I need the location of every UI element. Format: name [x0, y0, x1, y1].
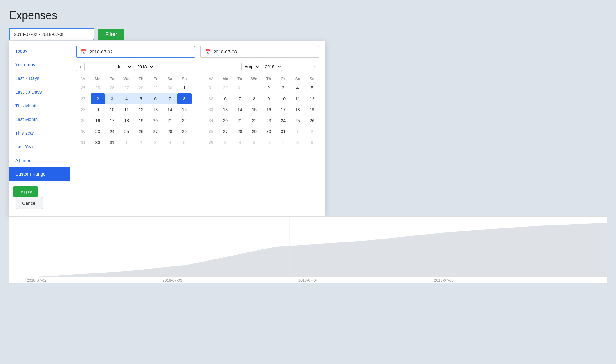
calendar-day[interactable]: 16 — [261, 104, 276, 115]
calendar-day[interactable]: 29 — [247, 126, 262, 137]
calendar-day[interactable]: 8 — [290, 137, 305, 148]
calendar-day[interactable]: 20 — [218, 115, 233, 126]
calendar-day[interactable]: 11 — [290, 93, 305, 104]
calendar-day[interactable]: 31 — [276, 126, 291, 137]
left-cal-prev-btn[interactable]: ‹ — [76, 63, 85, 71]
calendar-day[interactable]: 18 — [290, 104, 305, 115]
cancel-button[interactable]: Cancel — [16, 197, 43, 209]
calendar-day[interactable]: 30 — [91, 137, 105, 148]
calendar-day[interactable]: 15 — [247, 104, 262, 115]
preset-yesterday[interactable]: Yesterday — [9, 58, 70, 71]
start-date-input[interactable]: 📅 2018-07-02 — [76, 46, 195, 58]
calendar-day[interactable]: 24 — [276, 115, 291, 126]
calendar-day[interactable]: 4 — [163, 137, 177, 148]
calendar-day[interactable]: 21 — [163, 115, 177, 126]
calendar-day[interactable]: 4 — [119, 93, 134, 104]
calendar-day[interactable]: 10 — [105, 104, 119, 115]
calendar-day[interactable]: 4 — [233, 137, 247, 148]
calendar-day[interactable]: 26 — [105, 82, 119, 93]
calendar-day[interactable]: 9 — [91, 104, 105, 115]
right-cal-next-btn[interactable]: › — [311, 63, 319, 71]
calendar-day[interactable]: 3 — [148, 137, 163, 148]
calendar-day[interactable]: 27 — [119, 82, 134, 93]
calendar-day[interactable]: 3 — [105, 93, 119, 104]
calendar-day[interactable]: 17 — [276, 104, 291, 115]
calendar-day[interactable]: 6 — [218, 93, 233, 104]
calendar-day[interactable]: 30 — [261, 126, 276, 137]
calendar-day[interactable]: 2 — [261, 82, 276, 93]
calendar-day[interactable]: 5 — [134, 93, 148, 104]
end-date-input[interactable]: 📅 2018-07-08 — [200, 46, 319, 58]
left-cal-year-select[interactable]: 20152016201720182019 — [134, 63, 154, 71]
calendar-day[interactable]: 6 — [148, 93, 163, 104]
calendar-day[interactable]: 29 — [177, 126, 192, 137]
calendar-day[interactable]: 18 — [119, 115, 134, 126]
calendar-day[interactable]: 10 — [276, 93, 291, 104]
calendar-day[interactable]: 28 — [134, 82, 148, 93]
calendar-day[interactable]: 28 — [163, 126, 177, 137]
calendar-day[interactable]: 12 — [305, 93, 320, 104]
calendar-day[interactable]: 27 — [218, 126, 233, 137]
calendar-day[interactable]: 8 — [177, 93, 192, 104]
calendar-day[interactable]: 13 — [148, 104, 163, 115]
calendar-day[interactable]: 25 — [290, 115, 305, 126]
preset-thisyear[interactable]: This Year — [9, 126, 70, 140]
right-cal-year-select[interactable]: 20152016201720182019 — [262, 63, 282, 71]
calendar-day[interactable]: 5 — [177, 137, 192, 148]
left-cal-month-select[interactable]: JanFebMarApr MayJunJulAug SepOctNovDec — [114, 63, 132, 71]
calendar-day[interactable]: 21 — [233, 115, 247, 126]
calendar-day[interactable]: 1 — [247, 82, 262, 93]
calendar-day[interactable]: 27 — [148, 126, 163, 137]
apply-button[interactable]: Apply — [13, 186, 38, 197]
calendar-day[interactable]: 29 — [148, 82, 163, 93]
date-range-input[interactable] — [9, 28, 94, 40]
calendar-day[interactable]: 31 — [105, 137, 119, 148]
calendar-day[interactable]: 2 — [91, 93, 105, 104]
calendar-day[interactable]: 12 — [134, 104, 148, 115]
calendar-day[interactable]: 11 — [119, 104, 134, 115]
preset-alltime[interactable]: All time — [9, 153, 70, 167]
calendar-day[interactable]: 26 — [134, 126, 148, 137]
calendar-day[interactable]: 22 — [177, 115, 192, 126]
calendar-day[interactable]: 9 — [305, 137, 320, 148]
calendar-day[interactable]: 7 — [276, 137, 291, 148]
preset-last7days[interactable]: Last 7 Days — [9, 71, 70, 85]
calendar-day[interactable]: 14 — [163, 104, 177, 115]
calendar-day[interactable]: 9 — [261, 93, 276, 104]
preset-lastyear[interactable]: Last Year — [9, 140, 70, 153]
calendar-day[interactable]: 15 — [177, 104, 192, 115]
calendar-day[interactable]: 5 — [247, 137, 262, 148]
preset-last30days[interactable]: Last 30 Days — [9, 85, 70, 99]
calendar-day[interactable]: 17 — [105, 115, 119, 126]
calendar-day[interactable]: 7 — [233, 93, 247, 104]
calendar-day[interactable]: 30 — [218, 82, 233, 93]
calendar-day[interactable]: 23 — [91, 126, 105, 137]
calendar-day[interactable]: 1 — [290, 126, 305, 137]
calendar-day[interactable]: 1 — [119, 137, 134, 148]
calendar-day[interactable]: 2 — [134, 137, 148, 148]
calendar-day[interactable]: 16 — [91, 115, 105, 126]
preset-thismonth[interactable]: This Month — [9, 99, 70, 112]
calendar-day[interactable]: 20 — [148, 115, 163, 126]
calendar-day[interactable]: 22 — [247, 115, 262, 126]
calendar-day[interactable]: 3 — [218, 137, 233, 148]
right-cal-month-select[interactable]: JanFebMarApr MayJunJulAug SepOctNovDec — [241, 63, 260, 71]
calendar-day[interactable]: 7 — [163, 93, 177, 104]
calendar-day[interactable]: 1 — [177, 82, 192, 93]
calendar-day[interactable]: 5 — [305, 82, 320, 93]
calendar-day[interactable]: 13 — [218, 104, 233, 115]
calendar-day[interactable]: 25 — [119, 126, 134, 137]
calendar-day[interactable]: 23 — [261, 115, 276, 126]
calendar-day[interactable]: 28 — [233, 126, 247, 137]
filter-button[interactable]: Filter — [98, 29, 124, 40]
calendar-day[interactable]: 31 — [233, 82, 247, 93]
calendar-day[interactable]: 3 — [276, 82, 291, 93]
calendar-day[interactable]: 8 — [247, 93, 262, 104]
calendar-day[interactable]: 25 — [91, 82, 105, 93]
calendar-day[interactable]: 24 — [105, 126, 119, 137]
calendar-day[interactable]: 26 — [305, 115, 320, 126]
calendar-day[interactable]: 14 — [233, 104, 247, 115]
calendar-day[interactable]: 19 — [305, 104, 320, 115]
preset-customrange[interactable]: Custom Range — [9, 167, 70, 181]
calendar-day[interactable]: 30 — [163, 82, 177, 93]
